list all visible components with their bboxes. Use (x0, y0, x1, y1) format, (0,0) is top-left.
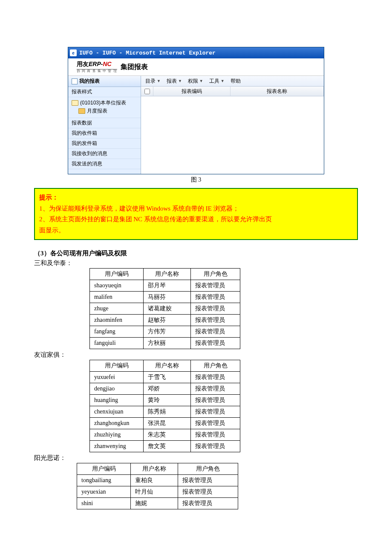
table-row: yeyuexian叶月仙报表管理员 (77, 486, 238, 498)
table-row: zhuzhiying朱志英报表管理员 (90, 429, 240, 441)
window-titlebar: e IUFO - IUFO - Microsoft Internet Explo… (68, 47, 324, 58)
folder-icon (78, 108, 85, 114)
table-row: dengjiao邓娇报表管理员 (90, 383, 240, 395)
th-user-code: 用户编码 (90, 269, 144, 280)
th-user-role: 用户角色 (191, 360, 240, 372)
table-row: malifen马丽芬报表管理员 (90, 292, 240, 303)
brand-title: 集团报表 (121, 63, 148, 72)
figure-caption: 图 3 (34, 176, 358, 184)
sidebar-tree: (010103)本单位报表 月度报表 (68, 97, 141, 118)
sidebar-item-outbox[interactable]: 我的发件箱 (68, 139, 141, 149)
user-table-youyi: 用户编码 用户名称 用户角色 yuxuefei于雪飞报表管理员 dengjiao… (89, 360, 240, 452)
company-label: 三和及华泰： (34, 259, 358, 267)
chevron-down-icon: ▼ (199, 79, 203, 83)
table-row: yuxuefei于雪飞报表管理员 (90, 372, 240, 383)
col-header-code[interactable]: 报表编码 (153, 87, 231, 96)
brand-erp: ERP- (89, 61, 103, 67)
brand-nc: NC (103, 61, 111, 67)
col-header-name[interactable]: 报表名称 (231, 87, 324, 96)
th-user-name: 用户名称 (131, 463, 178, 475)
table-row: fangfang方伟芳报表管理员 (90, 326, 240, 338)
tip-line-2: 2、系统主页面外挂的窗口是集团 NC 系统信息传递的重要渠道，所以要允许弹出页 (39, 214, 353, 225)
window-title: IUFO - IUFO - Microsoft Internet Explore… (79, 50, 216, 56)
app-window: e IUFO - IUFO - Microsoft Internet Explo… (68, 47, 324, 174)
table-row: chenxiujuan陈秀娟报表管理员 (90, 406, 240, 418)
menu-help[interactable]: 帮助 (231, 78, 241, 85)
sidebar-item-received-msgs[interactable]: 我接收到的消息 (68, 149, 141, 159)
table-row: zhanwenying詹文英报表管理员 (90, 441, 240, 452)
document-icon (72, 78, 78, 84)
tree-item-label: (010103)本单位报表 (80, 99, 126, 107)
list-body (141, 96, 324, 174)
section-heading: （3）各公司现有用户编码及权限 (34, 249, 358, 257)
th-user-role: 用户角色 (191, 269, 240, 280)
main-area: 目录▼ 报表▼ 权限▼ 工具▼ 帮助 报表编码 报表名称 (141, 76, 324, 174)
document-page: e IUFO - IUFO - Microsoft Internet Explo… (0, 0, 392, 535)
tree-item-monthly-reports[interactable]: 月度报表 (72, 107, 137, 115)
company-label: 阳光思诺： (34, 454, 358, 462)
folder-open-icon (72, 100, 78, 106)
tip-line-1: 1、为保证能顺利登录系统，建议使用 Windows 系统自带的 IE 浏览器； (39, 203, 353, 214)
table-header-row: 用户编码 用户名称 用户角色 (90, 360, 240, 372)
table-row: shaoyueqin邵月琴报表管理员 (90, 280, 240, 292)
ie-icon: e (70, 49, 77, 56)
sidebar-panel-title[interactable]: 我的报表 (68, 76, 141, 87)
tip-box: 提示： 1、为保证能顺利登录系统，建议使用 Windows 系统自带的 IE 浏… (34, 188, 358, 240)
table-row: zhuge诸葛建姣报表管理员 (90, 303, 240, 315)
sidebar: 我的报表 报表样式 (010103)本单位报表 月度报表 报表数据 我的收件箱 … (68, 76, 141, 174)
chevron-down-icon: ▼ (178, 79, 182, 83)
tree-item-label: 月度报表 (87, 107, 107, 115)
user-table-sanhe: 用户编码 用户名称 用户角色 shaoyueqin邵月琴报表管理员 malife… (89, 268, 240, 349)
th-user-code: 用户编码 (77, 463, 131, 475)
sidebar-panel-title-text: 我的报表 (79, 78, 100, 85)
sidebar-item-inbox[interactable]: 我的收件箱 (68, 128, 141, 139)
table-header-row: 用户编码 用户名称 用户角色 (90, 269, 240, 280)
menu-catalog[interactable]: 目录▼ (145, 78, 161, 85)
sidebar-item-sent-msgs[interactable]: 我发送的消息 (68, 159, 141, 169)
tree-item-unit-reports[interactable]: (010103)本单位报表 (72, 99, 137, 107)
company-label: 友谊家俱： (34, 351, 358, 359)
brand-bar: 用友ERP-NC 协 同 商 务 集 中 管 理 集团报表 (68, 58, 324, 76)
th-user-code: 用户编码 (90, 360, 144, 372)
tip-title: 提示： (39, 192, 353, 203)
sidebar-item-report-data[interactable]: 报表数据 (68, 118, 141, 128)
chevron-down-icon: ▼ (221, 79, 225, 83)
user-table-yangguang: 用户编码 用户名称 用户角色 tongbailiang童柏良报表管理员 yeyu… (77, 463, 238, 509)
list-header: 报表编码 报表名称 (141, 87, 324, 96)
sidebar-section-sample[interactable]: 报表样式 (68, 87, 141, 97)
table-row: zhanghongkun张洪昆报表管理员 (90, 418, 240, 429)
menubar: 目录▼ 报表▼ 权限▼ 工具▼ 帮助 (141, 76, 324, 87)
brand-prefix: 用友 (77, 61, 89, 67)
table-row: huangling黄玲报表管理员 (90, 395, 240, 406)
chevron-down-icon: ▼ (157, 79, 161, 83)
menu-report[interactable]: 报表▼ (167, 78, 182, 85)
table-row: shini施妮报表管理员 (77, 498, 238, 509)
th-user-name: 用户名称 (144, 360, 191, 372)
table-header-row: 用户编码 用户名称 用户角色 (77, 463, 238, 475)
table-row: zhaominfen赵敏芬报表管理员 (90, 315, 240, 326)
select-all-checkbox[interactable] (141, 87, 153, 96)
th-user-role: 用户角色 (178, 463, 238, 475)
th-user-name: 用户名称 (144, 269, 191, 280)
menu-permission[interactable]: 权限▼ (188, 78, 203, 85)
table-row: fangqiuli方秋丽报表管理员 (90, 338, 240, 349)
menu-tools[interactable]: 工具▼ (209, 78, 225, 85)
tip-line-3: 面显示。 (39, 225, 353, 236)
checkbox[interactable] (144, 89, 150, 94)
brand-sub: 协 同 商 务 集 中 管 理 (77, 69, 117, 73)
table-row: tongbailiang童柏良报表管理员 (77, 475, 238, 486)
